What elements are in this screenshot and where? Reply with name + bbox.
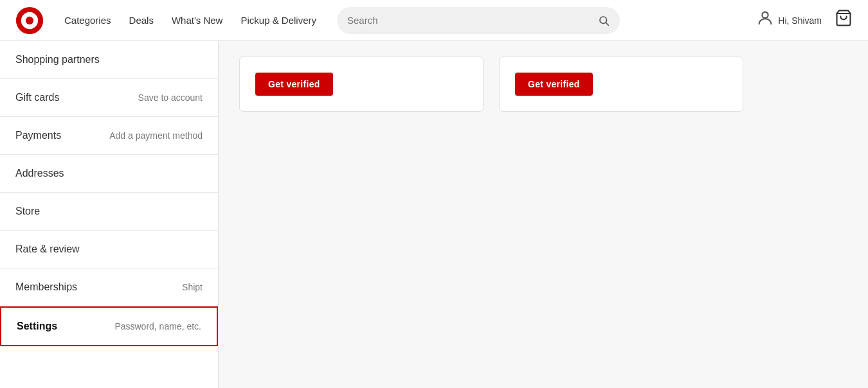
sidebar-item-addresses[interactable]: Addresses bbox=[0, 155, 218, 193]
sidebar-item-payments[interactable]: Payments Add a payment method bbox=[0, 117, 218, 155]
sidebar-item-memberships[interactable]: Memberships Shipt bbox=[0, 269, 218, 306]
nav-deals[interactable]: Deals bbox=[129, 15, 154, 26]
sidebar-item-settings[interactable]: Settings Password, name, etc. bbox=[0, 306, 218, 346]
sidebar-item-gift-cards[interactable]: Gift cards Save to account bbox=[0, 79, 218, 117]
get-verified-button-2[interactable]: Get verified bbox=[515, 73, 593, 96]
user-icon bbox=[756, 9, 774, 31]
sidebar-item-store[interactable]: Store bbox=[0, 193, 218, 231]
user-greeting: Hi, Shivam bbox=[778, 15, 822, 26]
svg-point-2 bbox=[26, 16, 33, 24]
nav-categories[interactable]: Categories bbox=[64, 15, 111, 26]
verify-card-1: Get verified bbox=[239, 57, 484, 112]
header: Categories Deals What's New Pickup & Del… bbox=[0, 0, 868, 41]
sidebar-item-rate-review[interactable]: Rate & review bbox=[0, 231, 218, 269]
main-nav: Categories Deals What's New Pickup & Del… bbox=[64, 15, 316, 26]
sidebar: Shopping partners Gift cards Save to acc… bbox=[0, 41, 219, 388]
svg-point-5 bbox=[763, 12, 768, 18]
cards-row: Get verified Get verified bbox=[239, 57, 847, 112]
main-content: Get verified Get verified bbox=[219, 41, 868, 388]
search-icon bbox=[598, 15, 610, 26]
search-bar bbox=[337, 7, 620, 34]
verify-card-2: Get verified bbox=[499, 57, 743, 112]
header-right: Hi, Shivam bbox=[756, 9, 853, 31]
logo[interactable] bbox=[15, 6, 44, 35]
nav-whats-new[interactable]: What's New bbox=[172, 15, 223, 26]
get-verified-button-1[interactable]: Get verified bbox=[255, 73, 333, 96]
sidebar-item-shopping-partners[interactable]: Shopping partners bbox=[0, 41, 218, 79]
search-input[interactable] bbox=[347, 15, 593, 26]
page-layout: Shopping partners Gift cards Save to acc… bbox=[0, 41, 868, 388]
nav-pickup-delivery[interactable]: Pickup & Delivery bbox=[240, 15, 316, 26]
svg-line-4 bbox=[606, 22, 608, 25]
user-area[interactable]: Hi, Shivam bbox=[756, 9, 822, 31]
cart-icon[interactable] bbox=[835, 9, 853, 31]
